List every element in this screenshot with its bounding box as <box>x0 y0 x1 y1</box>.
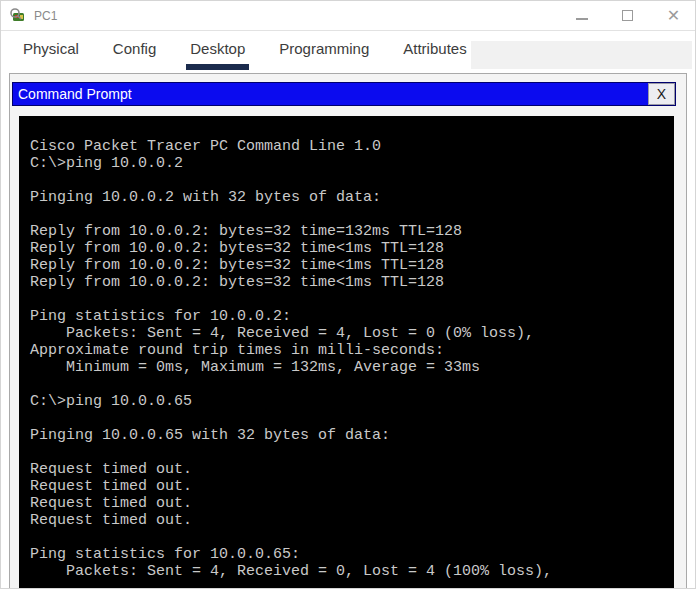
tab-attributes[interactable]: Attributes <box>399 32 470 70</box>
desktop-content-panel: Command Prompt X Cisco Packet Tracer PC … <box>9 73 687 589</box>
terminal-output: Cisco Packet Tracer PC Command Line 1.0 … <box>19 116 674 580</box>
window-titlebar[interactable]: PC1 ✕ <box>1 1 695 31</box>
device-tabstrip: Physical Config Desktop Programming Attr… <box>1 32 695 70</box>
maximize-button[interactable] <box>620 8 635 23</box>
tab-desktop[interactable]: Desktop <box>186 32 249 70</box>
command-prompt-titlebar: Command Prompt X <box>12 82 676 106</box>
tab-config[interactable]: Config <box>109 32 160 70</box>
pc1-device-window: PC1 ✕ Physical Config Desktop Programmin… <box>0 0 696 589</box>
packet-tracer-icon <box>9 8 27 24</box>
terminal[interactable]: Cisco Packet Tracer PC Command Line 1.0 … <box>19 116 674 589</box>
tab-programming[interactable]: Programming <box>275 32 373 70</box>
close-button[interactable]: ✕ <box>666 8 681 23</box>
tabstrip-filler <box>433 41 692 69</box>
command-prompt-close-button[interactable]: X <box>648 83 675 105</box>
command-prompt-title: Command Prompt <box>13 83 648 105</box>
minimize-button[interactable] <box>574 8 589 23</box>
tab-physical[interactable]: Physical <box>19 32 83 70</box>
close-icon: ✕ <box>667 8 680 23</box>
maximize-icon <box>622 10 633 21</box>
minimize-icon <box>576 18 588 20</box>
window-title: PC1 <box>34 9 574 23</box>
window-controls: ✕ <box>574 8 681 23</box>
